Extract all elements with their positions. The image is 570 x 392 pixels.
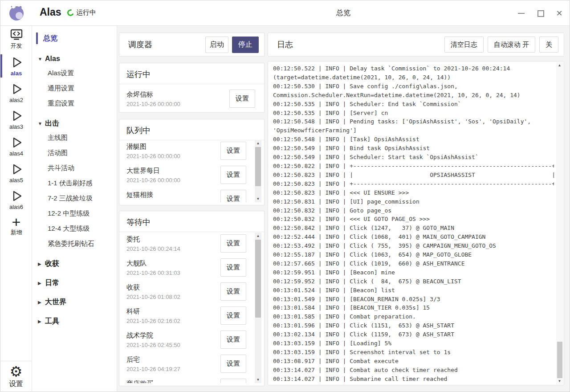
maximize-button[interactable] (535, 8, 546, 19)
page-title: 总览 (117, 8, 570, 18)
autoscroll-toggle-button[interactable]: 自动滚动 开 (488, 37, 535, 53)
scheduler-panel: 调度器 启动 停止 (119, 33, 265, 57)
sidebar-item-alas2[interactable]: alas2 (0, 79, 32, 106)
task-settings-button[interactable]: 设置 (220, 142, 246, 160)
log-line: 00:13:14.027 | INFO | Submarine call tim… (273, 375, 554, 383)
scroll-down-icon[interactable]: ▼ (255, 376, 261, 383)
log-scrollbar[interactable]: ▲ ▼ (556, 62, 563, 384)
log-line: 00:13:08.917 | INFO | Combat execute (273, 357, 554, 366)
scroll-down-icon[interactable]: ▼ (556, 378, 563, 384)
sidebar-item-alas4[interactable]: alas4 (0, 133, 32, 159)
scrollbar-thumb[interactable] (557, 342, 562, 378)
task-settings-button[interactable]: 设置 (220, 331, 246, 349)
nav-item-7-2-trash[interactable]: 7-2 三战捡垃圾 (32, 191, 117, 206)
alas-logo-icon (8, 4, 25, 22)
scrollbar-thumb[interactable] (255, 240, 261, 318)
nav-item-main-map[interactable]: 主线图 (32, 130, 117, 145)
task-row: 商店购买 设置 (119, 378, 264, 383)
nav-item-coalition[interactable]: 共斗活动 (32, 160, 117, 176)
log-line: 00:12:50.535 | INFO | Scheduler: End tas… (273, 100, 554, 109)
log-lines: 00:12:50.522 | INFO | Delay task `Commis… (273, 64, 554, 383)
play-icon (10, 56, 23, 69)
nav-group-daily[interactable]: ▶ 日常 (32, 276, 117, 290)
sidebar-item-alas6[interactable]: alas6 (0, 186, 32, 213)
autoscroll-off-button[interactable]: 关 (539, 37, 558, 53)
task-settings-button[interactable]: 设置 (220, 306, 246, 325)
waiting-scrollbar[interactable]: ▲ ▼ (255, 233, 261, 383)
scrollbar-thumb[interactable] (255, 147, 261, 186)
scheduler-stop-button[interactable]: 停止 (232, 37, 259, 53)
log-line: 00:13:01.524 | INFO | [Beacon] list (273, 286, 554, 295)
nav-group-reward[interactable]: ▶ 收获 (32, 257, 117, 270)
instance-sidebar: 开发 alas alas2 alas3 alas4 alas5 alas6 (0, 26, 32, 392)
task-settings-button[interactable]: 设置 (220, 379, 246, 383)
task-row: 大世界每日 2021-10-26 00:00:00 设置 (119, 165, 264, 187)
task-row: 潜艇图 2021-10-26 00:00:00 设置 (119, 141, 264, 163)
log-line: 00:12:53.492 | INFO | Click ( 755, 395) … (273, 241, 554, 250)
nav-item-1-1-affinity[interactable]: 1-1 伏击刷好感 (32, 176, 117, 191)
maximize-icon (537, 10, 544, 17)
nav-group-sortie[interactable]: ▼ 出击 (32, 117, 117, 130)
status-label: 运行中 (76, 8, 96, 17)
task-settings-button[interactable]: 设置 (220, 234, 246, 253)
sidebar-item-add-instance[interactable]: + 新增 (0, 213, 32, 240)
workspace: 调度器 启动 停止 运行中 余烬信标 2021-10-26 00:00:00 设… (117, 26, 570, 392)
sidebar-item-label: 开发 (11, 42, 22, 50)
scroll-up-icon[interactable]: ▲ (255, 233, 261, 239)
scroll-up-icon[interactable]: ▲ (556, 62, 563, 69)
sidebar-item-alas[interactable]: alas (0, 53, 32, 79)
task-settings-button[interactable]: 设置 (220, 166, 246, 184)
nav-item-overview[interactable]: 总览 (32, 30, 117, 46)
scroll-up-icon[interactable]: ▲ (255, 140, 261, 147)
nav-item-12-4-leveling[interactable]: 12-4 大型练级 (32, 221, 117, 236)
task-settings-button[interactable]: 设置 (220, 282, 246, 301)
task-settings-button[interactable]: 设置 (229, 90, 255, 108)
log-line: Commission.Scheduler.NextRun=datetime.da… (273, 91, 554, 100)
log-line: 00:12:50.530 | INFO | Save config ./conf… (273, 82, 554, 91)
sidebar-item-settings[interactable]: ⚙ 设置 (0, 361, 32, 389)
log-line: 00:12:50.823 | INFO | +-----------------… (273, 180, 554, 188)
log-line: 00:12:50.549 | INFO | Bind task OpsiAshA… (273, 144, 554, 153)
pending-panel: 队列中 潜艇图 2021-10-26 00:00:00 设置 大世界每日 202… (119, 119, 265, 205)
waiting-task-list: 委托 2021-10-26 00:24:14 设置 大舰队 2021-10-26… (119, 233, 264, 383)
nav-item-event-map[interactable]: 活动图 (32, 145, 117, 160)
nav-group-label: 工具 (45, 317, 59, 326)
nav-item-restart-settings[interactable]: 重启设置 (32, 96, 117, 111)
nav-item-alas-settings[interactable]: Alas设置 (32, 65, 117, 81)
waiting-panel: 等待中 委托 2021-10-26 00:24:14 设置 大舰队 2021-1… (119, 211, 265, 386)
clear-log-button[interactable]: 清空日志 (444, 37, 484, 53)
log-line: 00:12:50.549 | INFO | Scheduler: Start t… (273, 153, 554, 162)
nav-group-opsi[interactable]: ▶ 大世界 (32, 295, 117, 309)
sidebar-item-alas3[interactable]: alas3 (0, 106, 32, 133)
nav-group-alas[interactable]: ▼ Alas (32, 52, 117, 65)
sidebar-item-alas5[interactable]: alas5 (0, 159, 32, 186)
close-button[interactable]: ✕ (554, 8, 565, 19)
log-line: 00:12:55.187 | INFO | Click (1063, 654) … (273, 250, 554, 259)
alas-app-window: Alas 运行中 总览 ✕ 开发 alas alas (0, 0, 570, 392)
nav-group-label: 日常 (45, 278, 59, 288)
task-settings-button[interactable]: 设置 (220, 190, 246, 202)
log-line: 00:12:52.444 | INFO | Click (1068, 401) … (273, 233, 554, 241)
task-settings-button[interactable]: 设置 (220, 355, 246, 373)
nav-item-urgent-commission[interactable]: 紧急委托刷钻石 (32, 236, 117, 251)
sidebar-item-label: alas6 (9, 204, 23, 210)
task-settings-button[interactable]: 设置 (220, 258, 246, 277)
nav-group-tools[interactable]: ▶ 工具 (32, 314, 117, 328)
sidebar-item-dev[interactable]: 开发 (0, 26, 32, 53)
nav-item-12-2-leveling[interactable]: 12-2 中型练级 (32, 206, 117, 221)
sidebar-item-label: alas5 (9, 177, 23, 184)
task-row: 大舰队 2021-10-26 00:31:03 设置 (119, 257, 264, 280)
chevron-right-icon: ▶ (38, 300, 45, 305)
scheduler-start-button[interactable]: 启动 (205, 37, 228, 53)
log-line: 00:12:57.665 | INFO | Click (1019, 660) … (273, 259, 554, 268)
minimize-button[interactable] (515, 8, 527, 19)
pending-scrollbar[interactable]: ▲ ▼ (255, 140, 261, 202)
task-row: 战术学院 2021-10-26 02:45:50 设置 (119, 330, 264, 352)
nav-item-general-settings[interactable]: 通用设置 (32, 81, 117, 96)
log-line: 00:12:50.548 | INFO | Pending tasks: ['O… (273, 117, 554, 126)
scroll-down-icon[interactable]: ▼ (255, 196, 261, 202)
log-line: 00:12:50.831 | INFO | [UI] page_commissi… (273, 197, 554, 206)
task-row: 委托 2021-10-26 00:24:14 设置 (119, 233, 264, 256)
nav-group-label: 大世界 (45, 298, 66, 307)
log-panel-header: 日志 清空日志 自动滚动 开 关 (268, 33, 564, 57)
